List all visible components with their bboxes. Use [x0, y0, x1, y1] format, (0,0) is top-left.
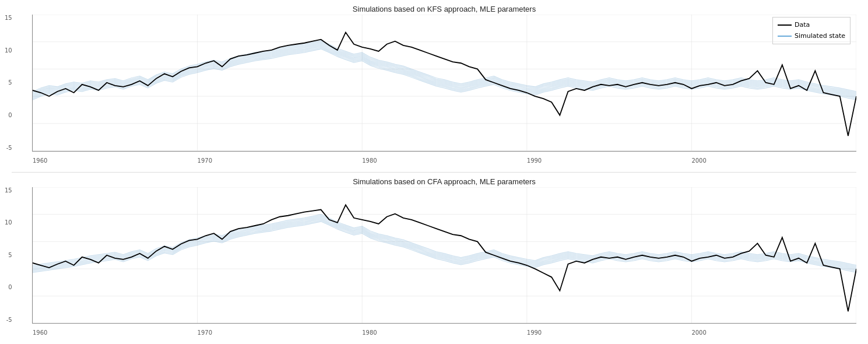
kfs-y-axis: 15 10 5 0 -5: [5, 15, 12, 151]
cfa-chart-area: 15 10 5 0 -5 1960 1970 1980 1990 2000: [32, 187, 856, 324]
kfs-chart-area: 15 10 5 0 -5 1960 1970 1980 1990 2000 Da…: [32, 15, 856, 152]
cfa-chart-panel: Simulations based on CFA approach, MLE p…: [0, 173, 868, 345]
charts-container: Simulations based on KFS approach, MLE p…: [0, 0, 868, 344]
kfs-svg: [33, 15, 856, 151]
cfa-chart-title: Simulations based on CFA approach, MLE p…: [32, 177, 856, 186]
cfa-y-axis: 15 10 5 0 -5: [5, 187, 12, 324]
kfs-chart-title: Simulations based on KFS approach, MLE p…: [32, 5, 856, 13]
kfs-x-axis: 1960 1970 1980 1990 2000: [33, 157, 856, 164]
cfa-x-axis: 1960 1970 1980 1990 2000: [33, 329, 856, 336]
cfa-svg: [33, 187, 856, 324]
kfs-chart-panel: Simulations based on KFS approach, MLE p…: [0, 0, 868, 172]
